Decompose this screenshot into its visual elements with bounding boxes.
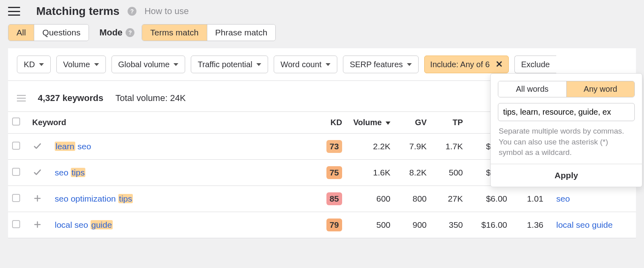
row-checkbox[interactable] <box>12 220 20 228</box>
columns-icon[interactable] <box>17 95 26 101</box>
plus-icon[interactable] <box>32 219 43 230</box>
tab-terms-match[interactable]: Terms match <box>142 25 206 41</box>
chevron-down-icon <box>256 63 261 66</box>
filter-global-volume[interactable]: Global volume <box>111 56 186 73</box>
chevron-down-icon <box>407 63 412 66</box>
col-keyword[interactable]: Keyword <box>28 112 318 134</box>
tab-all[interactable]: All <box>8 25 34 41</box>
cell-gv: 800 <box>394 186 431 212</box>
cell-volume: 1.6K <box>346 160 394 186</box>
keyword-link[interactable]: seo optimization tips <box>55 194 133 203</box>
filter-kd[interactable]: KD <box>17 56 51 73</box>
include-popover: All words Any word Separate multiple wor… <box>490 73 642 187</box>
filter-word-count[interactable]: Word count <box>274 56 337 73</box>
col-tp[interactable]: TP <box>431 112 467 134</box>
table-row: local seo guide79500900350$16.001.36loca… <box>8 212 636 238</box>
mode-label: Mode ? <box>99 27 134 38</box>
check-icon[interactable] <box>32 167 43 177</box>
filter-exclude[interactable]: Exclude <box>514 56 556 73</box>
cell-volume: 2.2K <box>346 134 394 160</box>
chevron-down-icon <box>173 63 178 66</box>
select-all-checkbox[interactable] <box>12 118 20 126</box>
menu-icon[interactable] <box>8 7 20 16</box>
top-bar: Matching terms ? How to use <box>0 0 644 21</box>
tab-phrase-match[interactable]: Phrase match <box>207 25 276 41</box>
plus-icon[interactable] <box>32 193 43 204</box>
highlight: learn <box>55 142 75 151</box>
help-icon[interactable]: ? <box>128 7 136 16</box>
cell-cps: 1.01 <box>511 186 547 212</box>
secondary-toolbar: All Questions Mode ? Terms match Phrase … <box>0 21 644 48</box>
highlight: tips <box>71 168 86 177</box>
results-panel: KD Volume Global volume Traffic potentia… <box>8 48 636 238</box>
keyword-link[interactable]: seo tips <box>55 168 85 177</box>
option-all-words[interactable]: All words <box>498 81 566 97</box>
total-volume: Total volume: 24K <box>116 93 186 103</box>
filter-serp-features[interactable]: SERP features <box>343 56 419 73</box>
how-to-use-link[interactable]: How to use <box>144 6 189 16</box>
cell-gv: 8.2K <box>394 160 431 186</box>
filter-traffic-potential[interactable]: Traffic potential <box>191 56 268 73</box>
option-any-word[interactable]: Any word <box>566 81 635 97</box>
cell-cpc: $16.00 <box>467 212 511 238</box>
cell-tp: 1.7K <box>431 134 467 160</box>
check-icon[interactable] <box>32 141 43 151</box>
close-icon[interactable]: ✕ <box>495 59 503 70</box>
chevron-down-icon <box>326 63 330 66</box>
cell-volume: 600 <box>346 186 394 212</box>
keyword-count: 4,327 keywords <box>38 93 103 103</box>
cell-gv: 900 <box>394 212 431 238</box>
kd-badge: 75 <box>326 166 342 179</box>
kd-badge: 85 <box>326 192 342 205</box>
apply-button[interactable]: Apply <box>491 164 642 187</box>
highlight: guide <box>91 220 113 229</box>
tab-questions[interactable]: Questions <box>34 25 89 41</box>
cell-tp: 27K <box>431 186 467 212</box>
col-kd[interactable]: KD <box>318 112 346 134</box>
kd-badge: 73 <box>326 140 342 153</box>
keyword-link[interactable]: learn seo <box>55 142 91 151</box>
sort-desc-icon <box>386 122 390 125</box>
filter-include-chip[interactable]: Include: Any of 6 ✕ <box>424 56 509 73</box>
table-row: seo optimization tips8560080027K$6.001.0… <box>8 186 636 212</box>
keyword-type-toggle: All Questions <box>8 24 89 41</box>
row-checkbox[interactable] <box>12 194 20 202</box>
highlight: tips <box>118 194 133 203</box>
row-checkbox[interactable] <box>12 142 20 150</box>
cell-tp: 350 <box>431 212 467 238</box>
filter-volume[interactable]: Volume <box>56 56 106 73</box>
cell-gv: 7.9K <box>394 134 431 160</box>
parent-topic-link[interactable]: seo <box>556 194 570 203</box>
row-checkbox[interactable] <box>12 168 20 176</box>
col-volume[interactable]: Volume <box>346 112 394 134</box>
parent-topic-link[interactable]: local seo guide <box>556 220 613 229</box>
include-terms-input[interactable] <box>498 103 635 121</box>
word-match-toggle: All words Any word <box>498 81 635 97</box>
cell-volume: 500 <box>346 212 394 238</box>
cell-tp: 500 <box>431 160 467 186</box>
mode-toggle: Terms match Phrase match <box>142 24 276 41</box>
col-gv[interactable]: GV <box>394 112 431 134</box>
keyword-link[interactable]: local seo guide <box>55 220 113 229</box>
cell-cpc: $6.00 <box>467 186 511 212</box>
page-title: Matching terms <box>36 5 120 18</box>
kd-badge: 79 <box>326 219 342 231</box>
cell-cps: 1.36 <box>511 212 547 238</box>
chevron-down-icon <box>94 63 99 66</box>
chevron-down-icon <box>39 63 44 66</box>
help-icon[interactable]: ? <box>126 28 134 37</box>
include-help-text: Separate multiple words by commas. You c… <box>499 126 634 158</box>
